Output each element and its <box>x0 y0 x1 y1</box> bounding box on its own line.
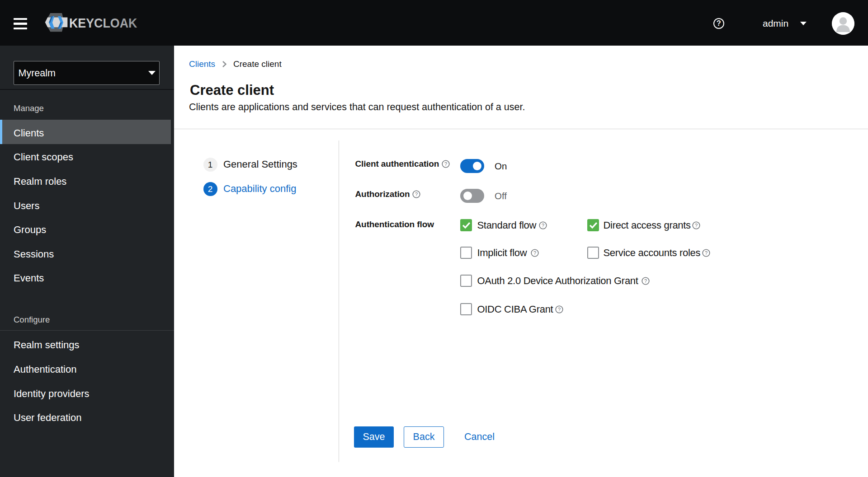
svg-text:?: ? <box>533 250 536 256</box>
svg-text:?: ? <box>415 192 418 197</box>
svg-text:KEYCLOAK: KEYCLOAK <box>69 15 137 31</box>
svg-text:?: ? <box>542 223 544 228</box>
svg-text:?: ? <box>644 278 647 284</box>
svg-text:?: ? <box>444 161 447 167</box>
svg-text:?: ? <box>558 307 561 312</box>
svg-text:?: ? <box>705 250 708 256</box>
svg-text:?: ? <box>695 223 698 228</box>
